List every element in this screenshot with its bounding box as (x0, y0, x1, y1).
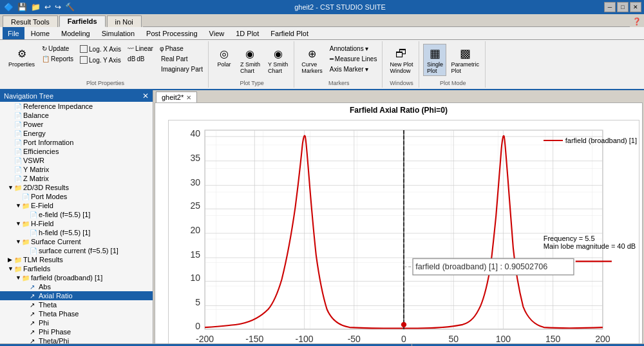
parametric-plot-button[interactable]: ▩ ParametricPlot (448, 44, 482, 76)
ribbon-group-windows: 🗗 New PlotWindow Windows (384, 41, 419, 88)
new-plot-window-button[interactable]: 🗗 New PlotWindow (386, 44, 416, 76)
db-icon: dB (128, 55, 135, 62)
ribbon-group-plot-properties: ⚙ Properties ↻ Update 📋 Reports Log. X A… (3, 41, 209, 88)
phase-button[interactable]: φ Phase (157, 44, 205, 53)
reports-button[interactable]: 📋 Reports (39, 54, 76, 64)
update-button[interactable]: ↻ Update (39, 44, 76, 53)
doc-tab-close[interactable]: ✕ (186, 94, 191, 101)
minimize-button[interactable]: ─ (604, 2, 616, 12)
ribbon-group-plot-mode: ▦ SinglePlot ▩ ParametricPlot Plot Mode (421, 41, 486, 88)
plot-title: Farfield Axial Ratio (Phi=0) (155, 103, 642, 117)
tree-item-phi[interactable]: ↗Phi (0, 318, 153, 327)
svg-text:100: 100 (496, 334, 511, 343)
tree-item-surface-current[interactable]: ▼📁Surface Current (0, 237, 153, 246)
svg-point-39 (401, 322, 406, 327)
tree-item-abs[interactable]: ↗Abs (0, 282, 153, 291)
menu-view[interactable]: View (204, 27, 230, 39)
measure-lines-button[interactable]: ━ Measure Lines (327, 54, 380, 64)
menu-bar: File Home Modeling Simulation Post Proce… (0, 27, 644, 40)
parametric-plot-icon: ▩ (457, 46, 473, 61)
tree-item-farfield-broadband[interactable]: ▼📁farfield (broadband) [1] (0, 273, 153, 282)
tab-result-tools[interactable]: Result Tools (3, 15, 58, 27)
legend-area: farfield (broadband) [1] Frequency = 5.5… (544, 137, 637, 250)
tree-item-port-info[interactable]: 📄Port Information (0, 138, 153, 147)
maximize-button[interactable]: □ (617, 2, 629, 12)
undo-icon[interactable]: ↩ (43, 3, 52, 12)
tab-farfields[interactable]: Farfields (59, 15, 106, 27)
tree-item-theta[interactable]: ↗Theta (0, 300, 153, 309)
log-x-button[interactable]: Log. X Axis (77, 44, 124, 54)
tree-item-energy[interactable]: 📄Energy (0, 129, 153, 138)
tree-item-surface-55[interactable]: 📄surface current (f=5.5) [1] (0, 246, 153, 255)
close-button[interactable]: ✕ (630, 2, 641, 12)
nav-tree-close[interactable]: ✕ (142, 91, 149, 101)
polar-button[interactable]: ◎ Polar (213, 44, 236, 70)
ribbon-group-markers: ⊕ CurveMarkers Annotations ▾ ━ Measure L… (296, 41, 383, 88)
db-button[interactable]: dB dB (125, 54, 156, 64)
update-icon: ↻ (42, 45, 47, 52)
tree-item-farfields[interactable]: ▼📁Farfields (0, 264, 153, 273)
redo-icon[interactable]: ↪ (53, 3, 62, 12)
doc-tab-gheit2[interactable]: gheit2* ✕ (156, 91, 197, 102)
curve-markers-button[interactable]: ⊕ CurveMarkers (298, 44, 326, 76)
menu-simulation[interactable]: Simulation (97, 27, 140, 39)
tree-item-theta-phi[interactable]: ↗Theta/Phi (0, 336, 153, 343)
menu-1d-plot[interactable]: 1D Plot (231, 27, 264, 39)
tree-item-phi-phase[interactable]: ↗Phi Phase (0, 327, 153, 336)
tree-item-axial-ratio[interactable]: ↗Axial Ratio (0, 291, 153, 300)
tree-item-theta-phase[interactable]: ↗Theta Phase (0, 309, 153, 318)
tree-item-balance[interactable]: 📄Balance (0, 111, 153, 120)
plot-container: Farfield Axial Ratio (Phi=0) dB (155, 102, 643, 343)
tree-item-y-matrix[interactable]: 📄Y Matrix (0, 165, 153, 174)
tree-item-tlm[interactable]: ▶📁TLM Results (0, 255, 153, 264)
new-plot-icon: 🗗 (393, 46, 409, 61)
tree-item-ref-imp[interactable]: 📄Reference Impedance (0, 102, 153, 111)
ribbon-help-icon[interactable]: ❓ (630, 16, 644, 27)
tree-item-z-matrix[interactable]: 📄Z Matrix (0, 174, 153, 183)
tree-item-efficiencies[interactable]: 📄Efficiencies (0, 147, 153, 156)
folder-icon[interactable]: 📁 (30, 3, 42, 12)
menu-home[interactable]: Home (26, 27, 55, 39)
ribbon: ⚙ Properties ↻ Update 📋 Reports Log. X A… (0, 40, 644, 90)
log-x-checkbox (80, 45, 88, 53)
y-smith-button[interactable]: ◉ Y SmithChart (265, 44, 291, 76)
build-icon[interactable]: 🔨 (64, 3, 76, 12)
z-smith-button[interactable]: ◉ Z SmithChart (237, 44, 263, 76)
tree-item-port-modes[interactable]: 📄Port Modes (0, 192, 153, 201)
tree-item-hfield[interactable]: ▼📁H-Field (0, 219, 153, 228)
tree-item-power[interactable]: 📄Power (0, 120, 153, 129)
bottom-panel: Parameter List ✕ ▼ Name Expression Value… (0, 343, 644, 346)
imag-part-button[interactable]: Imaginary Part (157, 64, 205, 74)
single-plot-button[interactable]: ▦ SinglePlot (423, 44, 446, 76)
nav-tree-content[interactable]: 📄Reference Impedance 📄Balance 📄Power 📄En… (0, 102, 153, 343)
real-part-button[interactable]: Real Part (157, 54, 205, 64)
frequency-info: Frequency = 5.5 (544, 235, 637, 242)
properties-icon: ⚙ (14, 46, 30, 61)
tree-item-vswr[interactable]: 📄VSWR (0, 156, 153, 165)
svg-text:farfield (broadband) [1] : 0.9: farfield (broadband) [1] : 0.90502706 (415, 262, 547, 271)
menu-post[interactable]: Post Processing (141, 27, 202, 39)
menu-farfield-plot[interactable]: Farfield Plot (265, 27, 314, 39)
svg-text:30: 30 (191, 177, 201, 187)
single-plot-icon: ▦ (427, 46, 442, 61)
log-y-button[interactable]: Log. Y Axis (77, 55, 124, 65)
properties-button[interactable]: ⚙ Properties (5, 44, 38, 70)
tab-innoi[interactable]: in Noi (107, 15, 142, 27)
main-lobe-info: Main lobe magnitude = 40 dB (544, 242, 637, 250)
y-smith-icon: ◉ (270, 46, 286, 61)
tree-item-2d3d[interactable]: ▼📁2D/3D Results (0, 183, 153, 192)
tree-item-hfield-55[interactable]: 📄h-field (f=5.5) [1] (0, 228, 153, 237)
menu-modeling[interactable]: Modeling (56, 27, 95, 39)
svg-text:5: 5 (195, 297, 200, 307)
tree-item-efield[interactable]: ▼📁E-Field (0, 201, 153, 210)
tree-item-efield-55[interactable]: 📄e-field (f=5.5) [1] (0, 210, 153, 219)
ribbon-group-plot-type: ◎ Polar ◉ Z SmithChart ◉ Y SmithChart Pl… (210, 41, 294, 88)
save-icon[interactable]: 💾 (16, 3, 28, 12)
plot-info: Frequency = 5.5 Main lobe magnitude = 40… (544, 235, 637, 250)
menu-file[interactable]: File (3, 27, 24, 39)
svg-text:15: 15 (191, 249, 201, 260)
linear-button[interactable]: 〰 Linear (125, 44, 156, 53)
svg-text:50: 50 (448, 334, 459, 343)
axis-marker-button[interactable]: Axis Marker ▾ (327, 64, 380, 74)
annotations-button[interactable]: Annotations ▾ (327, 44, 380, 53)
